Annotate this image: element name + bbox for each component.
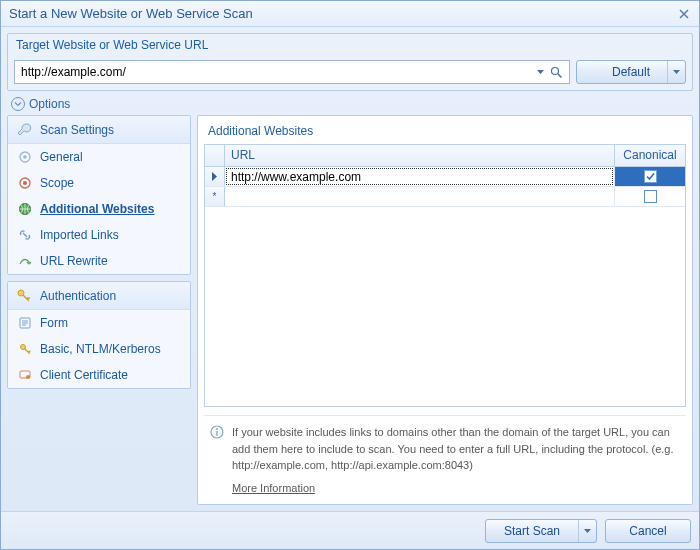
form-icon — [18, 316, 32, 330]
titlebar: Start a New Website or Web Service Scan — [1, 1, 699, 27]
cancel-label: Cancel — [629, 524, 666, 538]
main-panel: Additional Websites URL Canonical — [197, 115, 693, 505]
asterisk-icon: * — [213, 191, 217, 202]
sidebar-item-label: Client Certificate — [40, 368, 128, 382]
sidebar-item-label: URL Rewrite — [40, 254, 108, 268]
sidebar-item-label: General — [40, 150, 83, 164]
websites-grid: URL Canonical — [204, 144, 686, 407]
url-cell-empty[interactable] — [225, 187, 615, 206]
window-title: Start a New Website or Web Service Scan — [9, 6, 675, 21]
info-text-wrap: If your website includes links to domain… — [232, 424, 680, 496]
expander-toggle[interactable] — [11, 97, 25, 111]
column-header-canonical[interactable]: Canonical — [615, 145, 685, 166]
dialog-body: Scan Settings General Scope Additional W… — [1, 115, 699, 511]
target-header: Target Website or Web Service URL — [8, 34, 692, 56]
cancel-button[interactable]: Cancel — [605, 519, 691, 543]
sidebar-item-general[interactable]: General — [8, 144, 190, 170]
target-url-input[interactable] — [21, 65, 533, 79]
close-icon — [679, 9, 689, 19]
more-information-link[interactable]: More Information — [232, 480, 315, 497]
sidebar-item-label: Imported Links — [40, 228, 119, 242]
nav-header-label: Scan Settings — [40, 123, 114, 137]
row-indicator-edit — [205, 167, 225, 186]
sidebar-item-basic-ntlm[interactable]: Basic, NTLM/Kerberos — [8, 336, 190, 362]
chevron-down-icon — [14, 100, 22, 108]
start-scan-dropdown[interactable] — [578, 520, 596, 542]
options-label: Options — [29, 97, 70, 111]
globe-icon — [18, 202, 32, 216]
svg-point-10 — [26, 375, 30, 379]
svg-point-4 — [23, 181, 27, 185]
chevron-down-icon — [584, 529, 591, 533]
dialog-window: Start a New Website or Web Service Scan … — [0, 0, 700, 550]
url-cell[interactable] — [225, 167, 615, 186]
canonical-cell[interactable] — [615, 187, 685, 206]
sidebar-item-imported-links[interactable]: Imported Links — [8, 222, 190, 248]
key-icon — [18, 342, 32, 356]
svg-point-0 — [551, 67, 558, 74]
canonical-cell[interactable] — [615, 167, 685, 186]
url-cell-input[interactable] — [226, 168, 613, 185]
canonical-checkbox[interactable] — [644, 190, 657, 203]
start-scan-label: Start Scan — [504, 524, 560, 538]
default-profile-dropdown[interactable] — [667, 61, 685, 83]
gear-icon — [18, 150, 32, 164]
nav-header-authentication: Authentication — [8, 282, 190, 310]
search-icon — [550, 66, 563, 79]
sidebar-item-client-cert[interactable]: Client Certificate — [8, 362, 190, 388]
table-row-new[interactable]: * — [205, 187, 685, 207]
start-scan-button[interactable]: Start Scan — [485, 519, 597, 543]
panel-title: Additional Websites — [204, 122, 686, 144]
grid-body: * — [205, 167, 685, 406]
sidebar-item-url-rewrite[interactable]: URL Rewrite — [8, 248, 190, 274]
nav-group-scan-settings: Scan Settings General Scope Additional W… — [7, 115, 191, 275]
search-icon-button[interactable] — [547, 61, 565, 83]
grid-header: URL Canonical — [205, 145, 685, 167]
options-expander[interactable]: Options — [1, 91, 699, 115]
target-section: Target Website or Web Service URL Defaul… — [7, 33, 693, 91]
row-indicator-new: * — [205, 187, 225, 206]
sidebar-item-scope[interactable]: Scope — [8, 170, 190, 196]
nav-group-authentication: Authentication Form Basic, NTLM/Kerberos… — [7, 281, 191, 389]
row-edit-icon — [211, 172, 218, 181]
default-profile-label: Default — [612, 65, 650, 79]
sidebar-item-additional-websites[interactable]: Additional Websites — [8, 196, 190, 222]
info-box: If your website includes links to domain… — [204, 415, 686, 498]
link-icon — [18, 228, 32, 242]
certificate-icon — [18, 368, 32, 382]
target-icon — [18, 176, 32, 190]
info-icon — [210, 424, 224, 496]
nav-header-label: Authentication — [40, 289, 116, 303]
info-text: If your website includes links to domain… — [232, 426, 674, 471]
sidebar-item-label: Form — [40, 316, 68, 330]
dialog-footer: Start Scan Cancel — [1, 511, 699, 549]
target-url-field[interactable] — [14, 60, 570, 84]
sidebar-item-form[interactable]: Form — [8, 310, 190, 336]
close-button[interactable] — [675, 5, 693, 23]
nav-header-scan-settings: Scan Settings — [8, 116, 190, 144]
grid-gutter-header — [205, 145, 225, 166]
chevron-down-icon — [537, 70, 544, 74]
wrench-icon — [16, 122, 32, 138]
key-icon — [16, 288, 32, 304]
sidebar-item-label: Additional Websites — [40, 202, 154, 216]
canonical-checkbox[interactable] — [644, 170, 657, 183]
url-dropdown-arrow[interactable] — [533, 61, 547, 83]
svg-point-12 — [216, 428, 218, 430]
check-icon — [646, 172, 655, 181]
sidebar-item-label: Basic, NTLM/Kerberos — [40, 342, 161, 356]
rewrite-icon — [18, 254, 32, 268]
sidebar-item-label: Scope — [40, 176, 74, 190]
svg-rect-13 — [216, 431, 217, 436]
column-header-url[interactable]: URL — [225, 145, 615, 166]
chevron-down-icon — [673, 70, 680, 74]
table-row[interactable] — [205, 167, 685, 187]
sidebar: Scan Settings General Scope Additional W… — [7, 115, 191, 505]
target-row: Default — [8, 56, 692, 90]
svg-point-2 — [23, 155, 27, 159]
default-profile-button[interactable]: Default — [576, 60, 686, 84]
